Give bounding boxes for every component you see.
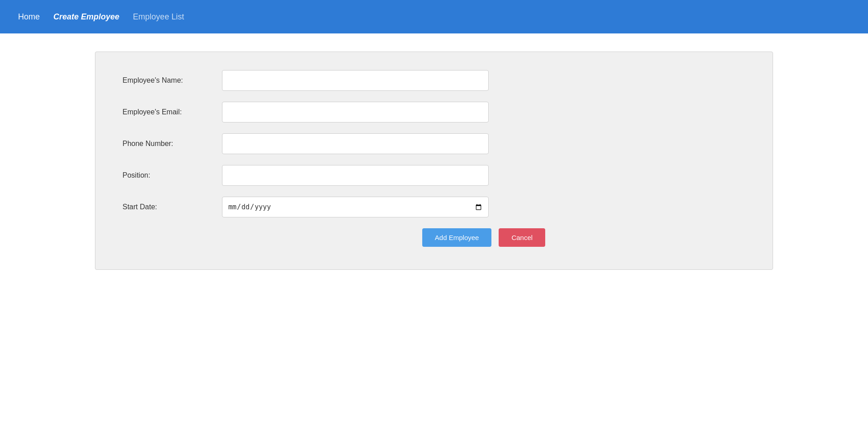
phone-input[interactable] [222,133,489,154]
add-employee-button[interactable]: Add Employee [422,228,492,247]
start-date-input[interactable] [222,197,489,217]
create-employee-form-card: Employee's Name: Employee's Email: Phone… [95,52,773,270]
phone-row: Phone Number: [123,133,745,154]
name-row: Employee's Name: [123,70,745,91]
nav-create-employee[interactable]: Create Employee [53,12,119,22]
phone-label: Phone Number: [123,140,222,148]
navbar: Home Create Employee Employee List [0,0,868,33]
email-label: Employee's Email: [123,108,222,116]
position-input[interactable] [222,165,489,186]
start-date-label: Start Date: [123,203,222,211]
name-input[interactable] [222,70,489,91]
start-date-row: Start Date: [123,197,745,217]
position-row: Position: [123,165,745,186]
position-label: Position: [123,171,222,179]
name-label: Employee's Name: [123,76,222,85]
nav-home[interactable]: Home [18,12,40,22]
main-content: Employee's Name: Employee's Email: Phone… [0,33,868,288]
cancel-button[interactable]: Cancel [499,228,545,247]
email-input[interactable] [222,102,489,122]
form-buttons: Add Employee Cancel [123,228,745,247]
nav-employee-list[interactable]: Employee List [133,12,184,22]
email-row: Employee's Email: [123,102,745,122]
